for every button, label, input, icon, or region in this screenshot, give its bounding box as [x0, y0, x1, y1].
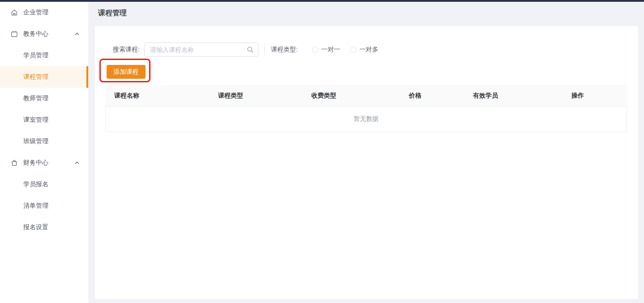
- home-icon: [11, 9, 18, 16]
- sidebar-item-label: 班级管理: [23, 137, 48, 145]
- column-header-price: 价格: [400, 92, 464, 100]
- sidebar-item-label: 企业管理: [23, 9, 48, 17]
- column-header-actions: 操作: [562, 92, 627, 100]
- sidebar-item-list-mgmt[interactable]: 清单管理: [0, 195, 88, 217]
- course-type-radio-group: 一对一 一对多: [302, 46, 378, 54]
- table-header-row: 课程名称 课程类型 收费类型 价格 有效学员 操作: [105, 85, 627, 107]
- radio-circle-icon[interactable]: [350, 47, 356, 53]
- sidebar-item-enterprise[interactable]: 企业管理: [0, 2, 88, 23]
- search-label: 搜索课程:: [113, 46, 140, 54]
- sidebar-item-label: 学员管理: [23, 51, 48, 60]
- table-empty-state: 暂无数据: [105, 107, 627, 132]
- sidebar-item-label: 报名设置: [23, 223, 48, 231]
- sidebar-item-academic-center[interactable]: 教务中心: [0, 23, 88, 45]
- sidebar-item-label: 课室管理: [23, 116, 48, 124]
- content-panel: 搜索课程: 课程类型: 一对一 一对多 添加课程 课程名称: [95, 26, 638, 299]
- add-course-button[interactable]: 添加课程: [107, 65, 146, 79]
- column-header-course-name: 课程名称: [105, 92, 209, 100]
- search-field-wrap: [144, 43, 258, 57]
- sidebar-item-label: 课程管理: [23, 73, 48, 81]
- sidebar-item-finance-center[interactable]: 财务中心: [0, 152, 88, 174]
- search-icon[interactable]: [247, 46, 254, 53]
- filter-row: 搜索课程: 课程类型: 一对一 一对多: [113, 43, 378, 57]
- sidebar-item-classroom-mgmt[interactable]: 课室管理: [0, 109, 88, 131]
- sidebar-item-student-enroll[interactable]: 学员报名: [0, 174, 88, 195]
- sidebar-item-label: 清单管理: [23, 202, 48, 210]
- course-type-label: 课程类型:: [271, 46, 298, 54]
- search-input[interactable]: [144, 43, 258, 57]
- radio-label: 一对一: [322, 46, 340, 54]
- sidebar-item-label: 教师管理: [23, 94, 48, 102]
- vertical-divider: [264, 43, 265, 56]
- sidebar-item-label: 财务中心: [23, 159, 48, 167]
- column-header-valid-students: 有效学员: [464, 92, 562, 100]
- sidebar-item-enroll-settings[interactable]: 报名设置: [0, 217, 88, 238]
- bag-icon: [11, 159, 18, 166]
- course-table: 课程名称 课程类型 收费类型 价格 有效学员 操作 暂无数据: [105, 85, 627, 132]
- radio-label: 一对多: [360, 46, 378, 54]
- sidebar: 企业管理 教务中心 学员管理 课程管理 教师管理 课室管理 班级管理: [0, 2, 88, 303]
- calendar-icon: [11, 30, 18, 38]
- radio-circle-icon[interactable]: [312, 47, 318, 53]
- chevron-up-icon: [75, 162, 79, 164]
- top-accent-bar: [0, 0, 644, 2]
- sidebar-item-student-mgmt[interactable]: 学员管理: [0, 45, 88, 66]
- sidebar-item-label: 学员报名: [23, 180, 48, 188]
- radio-one-to-one[interactable]: 一对一: [312, 46, 340, 54]
- page-title: 课程管理: [98, 9, 127, 18]
- sidebar-item-course-mgmt[interactable]: 课程管理: [0, 66, 88, 88]
- column-header-fee-type: 收费类型: [302, 92, 400, 100]
- sidebar-item-teacher-mgmt[interactable]: 教师管理: [0, 88, 88, 109]
- empty-text: 暂无数据: [354, 115, 379, 123]
- sidebar-item-label: 教务中心: [23, 30, 48, 38]
- column-header-course-type: 课程类型: [209, 92, 302, 100]
- chevron-up-icon: [75, 33, 79, 35]
- radio-one-to-many[interactable]: 一对多: [350, 46, 378, 54]
- sidebar-item-class-mgmt[interactable]: 班级管理: [0, 131, 88, 152]
